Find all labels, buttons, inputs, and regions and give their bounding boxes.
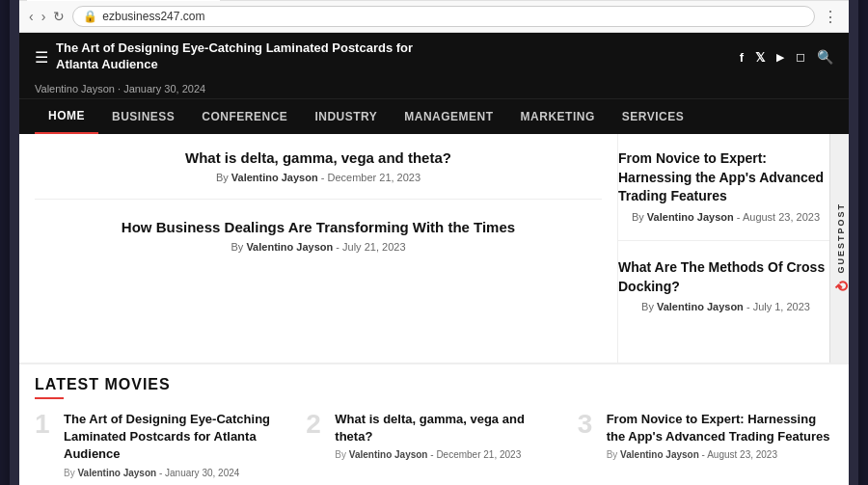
latest-item-3: 3 From Novice to Expert: Harnessing the …: [578, 411, 833, 478]
guestpost-sidebar: ⟳ GUESTPOST: [829, 134, 849, 363]
right-article-1-title[interactable]: From Novice to Expert: Harnessing the Ap…: [618, 149, 833, 206]
more-options-button[interactable]: ⋮: [823, 8, 839, 26]
nav-services[interactable]: SERVICES: [609, 100, 697, 133]
right-article-2-meta: By Valentino Jayson - July 1, 2023: [618, 301, 833, 312]
latest-item-3-number: 3: [578, 411, 597, 438]
latest-item-2-number: 2: [306, 411, 325, 438]
browser-window: ● The Art of Designing Eye-Catching Lami…: [10, 0, 858, 485]
nav-left: ☰ The Art of Designing Eye-Catching Lami…: [35, 40, 422, 73]
subtitle-bar: Valentino Jayson · January 30, 2024: [19, 81, 849, 98]
latest-item-1-date: January 30, 2024: [165, 468, 239, 478]
article-2-title[interactable]: How Business Dealings Are Transforming W…: [35, 219, 602, 235]
right-article-2-dash: -: [746, 301, 753, 312]
article-1-meta: By Valentino Jayson - December 21, 2023: [35, 172, 602, 183]
right-article-1: From Novice to Expert: Harnessing the Ap…: [618, 149, 833, 241]
latest-item-1-author: Valentino Jayson: [77, 468, 156, 478]
latest-item-3-meta: By Valentino Jayson - August 23, 2023: [607, 449, 833, 460]
content-area: What is delta, gamma, vega and theta? By…: [19, 134, 849, 363]
forward-button[interactable]: ›: [41, 9, 46, 24]
article-1: What is delta, gamma, vega and theta? By…: [35, 149, 602, 200]
back-button[interactable]: ‹: [29, 9, 34, 24]
latest-item-2-date: December 21, 2023: [436, 449, 521, 460]
right-article-2-date: July 1, 2023: [753, 301, 810, 312]
latest-item-2-meta: By Valentino Jayson - December 21, 2023: [335, 449, 561, 460]
website-content: ☰ The Art of Designing Eye-Catching Lami…: [19, 33, 849, 485]
article-1-date: December 21, 2023: [327, 172, 420, 183]
latest-movies-grid: 1 The Art of Designing Eye-Catching Lami…: [35, 411, 833, 478]
instagram-icon[interactable]: ◻: [796, 50, 805, 64]
latest-item-2-by: By: [335, 449, 348, 460]
nav-conference[interactable]: CONFERENCE: [188, 100, 301, 133]
right-article-1-by: By: [632, 211, 647, 223]
article-2-by: By: [231, 241, 246, 253]
facebook-icon[interactable]: f: [740, 50, 744, 65]
latest-movies-section: LATEST MOVIES 1 The Art of Designing Eye…: [19, 363, 849, 485]
latest-item-1-title[interactable]: The Art of Designing Eye-Catching Lamina…: [64, 411, 290, 464]
right-article-1-meta: By Valentino Jayson - August 23, 2023: [618, 211, 833, 223]
right-column: From Novice to Expert: Harnessing the Ap…: [617, 134, 849, 363]
article-byline: Valentino Jayson · January 30, 2024: [35, 83, 205, 94]
nav-business[interactable]: BUSINESS: [98, 100, 188, 133]
hamburger-button[interactable]: ☰: [35, 48, 48, 67]
right-article-2-title[interactable]: What Are The Methods Of Cross Docking?: [618, 258, 833, 296]
right-article-2-by: By: [641, 301, 657, 312]
article-1-by: By: [216, 172, 231, 183]
latest-item-1-by: By: [64, 468, 77, 478]
latest-item-1-meta: By Valentino Jayson - January 30, 2024: [64, 468, 290, 478]
article-1-author: Valentino Jayson: [231, 172, 318, 183]
article-2: How Business Dealings Are Transforming W…: [35, 219, 602, 268]
right-article-1-author: Valentino Jayson: [647, 211, 734, 223]
latest-item-2-title[interactable]: What is delta, gamma, vega and theta?: [335, 411, 561, 445]
article-2-author: Valentino Jayson: [246, 241, 333, 253]
lock-icon: 🔒: [83, 10, 97, 23]
latest-item-3-by: By: [607, 449, 620, 460]
url-input[interactable]: 🔒 ezbusiness247.com: [72, 6, 815, 27]
latest-item-2-content: What is delta, gamma, vega and theta? By…: [335, 411, 561, 460]
nav-marketing[interactable]: MARKETING: [507, 100, 609, 133]
search-icon[interactable]: 🔍: [817, 49, 833, 65]
url-bar-row: ‹ › ↻ 🔒 ezbusiness247.com ⋮: [19, 1, 849, 33]
refresh-button[interactable]: ↻: [53, 9, 65, 24]
latest-item-2-author: Valentino Jayson: [349, 449, 428, 460]
top-nav: ☰ The Art of Designing Eye-Catching Lami…: [19, 33, 849, 81]
article-2-meta: By Valentino Jayson - July 21, 2023: [35, 241, 602, 253]
page-title: The Art of Designing Eye-Catching Lamina…: [56, 40, 422, 73]
section-underline: [35, 397, 64, 399]
article-1-title[interactable]: What is delta, gamma, vega and theta?: [35, 149, 602, 166]
twitter-icon[interactable]: 𝕏: [755, 50, 765, 65]
latest-item-3-date: August 23, 2023: [707, 449, 777, 460]
guestpost-label: ⟳ GUESTPOST: [833, 202, 848, 295]
guestpost-text: GUESTPOST: [836, 202, 846, 274]
latest-item-1-number: 1: [35, 411, 54, 438]
latest-item-3-title[interactable]: From Novice to Expert: Harnessing the Ap…: [607, 411, 833, 445]
right-article-2-author: Valentino Jayson: [657, 301, 744, 312]
latest-movies-title: LATEST MOVIES: [35, 376, 833, 393]
url-text: ezbusiness247.com: [102, 10, 204, 23]
latest-item-2: 2 What is delta, gamma, vega and theta? …: [306, 411, 561, 478]
social-icons: f 𝕏 ▶ ◻ 🔍: [740, 49, 833, 65]
nav-home[interactable]: HOME: [35, 99, 98, 134]
latest-item-3-author: Valentino Jayson: [620, 449, 699, 460]
youtube-icon[interactable]: ▶: [776, 51, 784, 64]
guestpost-icon: ⟳: [833, 276, 848, 294]
latest-item-1: 1 The Art of Designing Eye-Catching Lami…: [35, 411, 290, 478]
latest-item-1-content: The Art of Designing Eye-Catching Lamina…: [64, 411, 290, 478]
article-2-date: July 21, 2023: [342, 241, 405, 253]
right-article-2: What Are The Methods Of Cross Docking? B…: [618, 258, 833, 330]
right-article-1-date: August 23, 2023: [743, 211, 820, 223]
main-nav: HOME BUSINESS CONFERENCE INDUSTRY MANAGE…: [19, 98, 849, 134]
nav-management[interactable]: MANAGEMENT: [391, 100, 506, 133]
latest-item-3-content: From Novice to Expert: Harnessing the Ap…: [607, 411, 833, 460]
articles-column: What is delta, gamma, vega and theta? By…: [19, 134, 617, 363]
nav-industry[interactable]: INDUSTRY: [301, 100, 391, 133]
